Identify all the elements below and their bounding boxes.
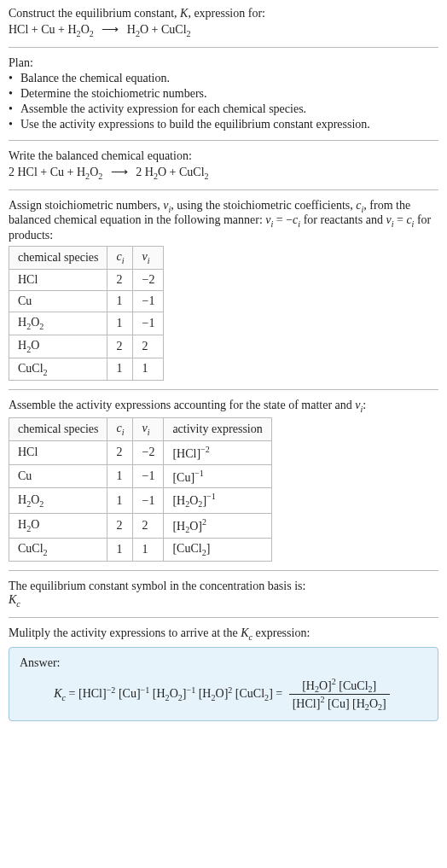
intro-text-2: , expression for: <box>188 7 265 20</box>
cell-activity: [HCl]−2 <box>164 440 271 464</box>
act-sup: −1 <box>206 492 216 501</box>
act: [H <box>172 519 185 532</box>
cell-nui: 2 <box>133 335 164 358</box>
th-species: chemical species <box>9 418 107 441</box>
plan-bullet: •Assemble the activity expression for ea… <box>9 102 438 116</box>
th-nui-sub: i <box>148 256 150 265</box>
ans-K: K <box>54 687 61 700</box>
th-species: chemical species <box>9 247 107 270</box>
cell-species: Cu <box>9 464 107 488</box>
multiply-block: Mulitply the activity expressions to arr… <box>9 626 438 642</box>
balanced-equation: 2 HCl + Cu + H2O2 ⟶ 2 H2O + CuCl2 <box>9 165 438 181</box>
ans-t3: [H <box>149 687 165 700</box>
cell-species: H2O <box>9 513 107 538</box>
den-c: O <box>369 697 378 710</box>
kc-symbol-text: The equilibrium constant symbol in the c… <box>9 580 438 593</box>
cell-species: H2O2 <box>9 488 107 513</box>
cell-ci: 1 <box>107 464 133 488</box>
sp: CuCl <box>18 542 44 555</box>
assemble-text-b: : <box>363 399 366 411</box>
plan-bullet: •Balance the chemical equation. <box>9 72 438 85</box>
assemble-text-a: Assemble the activity expressions accoun… <box>9 399 355 411</box>
sp: HCl <box>18 273 38 286</box>
multiply-text-b: expression: <box>253 626 310 639</box>
cell-ci: 1 <box>107 539 133 562</box>
bullet-icon: • <box>9 87 20 101</box>
cell-species: CuCl2 <box>9 539 107 562</box>
activity-table: chemical species ci νi activity expressi… <box>9 417 272 562</box>
lhs-a: HCl + Cu + H <box>9 23 77 36</box>
ans-t5b: ] = <box>269 687 286 700</box>
act-mid: ] <box>206 542 211 555</box>
b-lhs-a: 2 HCl + Cu + H <box>9 166 85 178</box>
th-ci: ci <box>107 418 133 441</box>
cell-nui: 1 <box>133 539 164 562</box>
table-row: H2O21−1[H2O2]−1 <box>9 488 272 513</box>
sp-sub2: 2 <box>39 498 44 508</box>
fraction-denominator: [HCl]2 [Cu] [H2O2] <box>289 695 390 712</box>
bullet-icon: • <box>9 72 20 85</box>
divider <box>9 570 438 571</box>
divider <box>9 140 438 141</box>
assign-block: Assign stoichiometric numbers, νi, using… <box>9 199 438 382</box>
answer-title: Answer: <box>20 656 427 670</box>
table-row: H2O22 <box>9 335 164 358</box>
cell-species: HCl <box>9 440 107 464</box>
ans-t4: [H <box>195 687 211 700</box>
assign-text-a: Assign stoichiometric numbers, <box>9 199 163 212</box>
cell-nui: 1 <box>133 358 164 381</box>
th-nui-sub: i <box>148 428 150 437</box>
sp-sub2: 2 <box>39 322 44 331</box>
plan-bullet-text: Use the activity expressions to build th… <box>20 118 370 131</box>
act-sup: −2 <box>200 445 210 454</box>
cell-species: HCl <box>9 269 107 290</box>
lhs-sub2: 2 <box>90 29 94 38</box>
table-header-row: chemical species ci νi activity expressi… <box>9 418 272 441</box>
cell-nui: −1 <box>133 488 164 513</box>
cell-ci: 1 <box>107 358 133 381</box>
sp: H <box>18 316 26 329</box>
sp-sub: 2 <box>44 548 48 557</box>
act: [CuCl <box>172 542 201 555</box>
cell-activity: [CuCl2] <box>164 539 271 562</box>
rel2-eq: = <box>393 213 406 226</box>
cell-species: H2O2 <box>9 312 107 335</box>
den-d: ] <box>382 697 386 710</box>
kc-symbol: Kc <box>9 593 438 609</box>
num-a: [H <box>302 679 315 691</box>
ans-t2: [Cu] <box>115 687 140 700</box>
plan-header: Plan: <box>9 56 438 70</box>
table-row: HCl2−2[HCl]−2 <box>9 440 272 464</box>
cell-activity: [H2O]2 <box>164 513 271 538</box>
table-row: Cu1−1 <box>9 290 164 312</box>
b-rhs-b: O + CuCl <box>158 166 205 178</box>
table-row: Cu1−1[Cu]−1 <box>9 464 272 488</box>
cell-nui: 2 <box>133 513 164 538</box>
cell-ci: 2 <box>107 335 133 358</box>
rhs-b: O + CuCl <box>140 23 187 36</box>
cell-activity: [Cu]−1 <box>164 464 271 488</box>
act-mid: O <box>189 494 198 507</box>
th-ci-sub: i <box>122 256 125 265</box>
plan-bullet: •Use the activity expressions to build t… <box>9 118 438 131</box>
intro-equation: HCl + Cu + H2O2 ⟶ H2O + CuCl2 <box>9 22 438 38</box>
num-c: [CuCl <box>336 679 369 691</box>
th-ci: ci <box>107 247 133 270</box>
arrow-icon: ⟶ <box>96 23 124 36</box>
sp: CuCl <box>18 362 44 375</box>
cell-ci: 1 <box>107 290 133 312</box>
b-rhs-a: 2 H <box>136 166 154 178</box>
plan-bullets: •Balance the chemical equation. •Determi… <box>9 72 438 131</box>
balanced-block: Write the balanced chemical equation: 2 … <box>9 149 438 181</box>
sp-sub: 2 <box>44 367 48 376</box>
divider <box>9 189 438 190</box>
th-nui: νi <box>133 247 164 270</box>
plan-bullet-text: Determine the stoichiometric numbers. <box>20 87 207 101</box>
rhs-sub2: 2 <box>187 29 191 38</box>
den-b: [Cu] [H <box>324 697 364 710</box>
multiply-text-a: Mulitply the activity expressions to arr… <box>9 626 241 639</box>
page: Construct the equilibrium constant, K, e… <box>0 0 447 728</box>
bullet-icon: • <box>9 102 20 116</box>
intro-text-1: Construct the equilibrium constant, <box>9 7 180 20</box>
table-row: HCl2−2 <box>9 269 164 290</box>
